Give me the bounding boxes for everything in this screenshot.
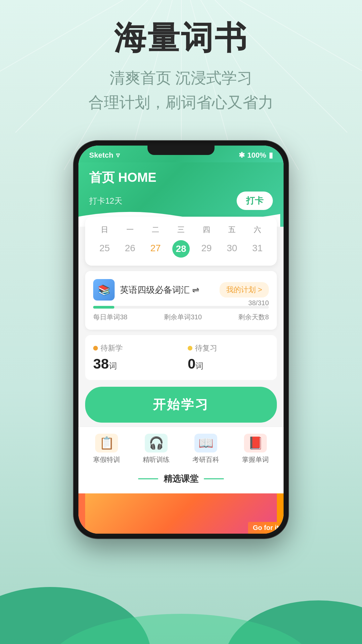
svg-point-0 [0,587,151,644]
winter-training-label: 寒假特训 [93,455,120,464]
date-28-today: 28 [172,240,190,258]
status-left: Sketch ▿ [89,151,120,160]
featured-section: 精选课堂 [78,468,284,493]
review-words: 待复习 0词 [188,343,269,372]
review-words-label: 待复习 [188,343,269,353]
calendar-header: 日 一 二 三 四 五 六 [92,225,270,235]
course-name: 英语四级必备词汇 ⇌ [120,284,199,296]
date-29: 29 [194,240,219,258]
bottom-hills [0,560,362,644]
progress-bar-fill [93,306,114,309]
date-31: 31 [245,240,270,258]
status-right: ✱ 100% ▮ [239,151,273,160]
bottom-nav: 📋 寒假特训 🎧 精听训练 📖 考研百科 📕 掌握单词 [78,427,284,468]
course-card: 📚 英语四级必备词汇 ⇌ 我的计划 > 38/310 每日单词38 剩余单词31… [85,271,277,330]
home-title: 首页 HOME [89,169,273,186]
date-27: 27 [143,240,168,258]
review-label-text: 待复习 [195,343,217,353]
main-title: 海量词书 [0,20,362,56]
checkin-days: 打卡12天 [89,196,122,206]
course-header: 📚 英语四级必备词汇 ⇌ 我的计划 > [93,279,269,301]
course-icon: 📚 [93,279,115,301]
progress-bar-container: 38/310 [93,306,269,309]
nav-encyclopedia[interactable]: 📖 考研百科 [192,434,219,464]
stat-daily: 每日单词38 [93,313,127,322]
start-button[interactable]: 开始学习 [85,387,277,423]
date-30: 30 [219,240,245,258]
date-25: 25 [92,240,117,258]
header-section: 海量词书 清爽首页 沉浸式学习 合理计划，刷词省心又省力 [0,20,362,115]
svg-point-1 [225,600,362,644]
sub-line2: 合理计划，刷词省心又省力 [0,90,362,115]
svg-point-2 [47,614,315,644]
day-mon: 一 [117,225,143,235]
word-counts: 待新学 38词 待复习 0词 [85,335,277,380]
phone-outer: Sketch ▿ ✱ 100% ▮ 首页 HOME 打卡12天 打卡 [74,141,288,538]
date-26: 26 [117,240,143,258]
new-label-text: 待新学 [101,343,123,353]
wifi-icon: ▿ [116,151,120,160]
go-for-it-badge: Go for it [248,522,284,534]
phone-screen: Sketch ▿ ✱ 100% ▮ 首页 HOME 打卡12天 打卡 [78,146,284,534]
day-sat: 六 [245,225,270,235]
bluetooth-icon: ✱ [239,151,245,160]
nav-master-words[interactable]: 📕 掌握单词 [242,434,269,464]
progress-bar-track: 38/310 [93,306,269,309]
nav-winter-training[interactable]: 📋 寒假特训 [93,434,120,464]
listening-icon: 🎧 [145,434,168,452]
plan-button[interactable]: 我的计划 > [220,282,269,298]
battery-icon: ▮ [269,151,273,160]
calendar-dates: 25 26 27 28 29 30 31 [92,240,270,258]
listening-label: 精听训练 [143,455,170,464]
new-words: 待新学 38词 [93,343,174,372]
calendar-section: 日 一 二 三 四 五 六 25 26 27 28 29 30 31 [85,217,277,266]
bottom-banner: Go for it [78,493,284,534]
review-count: 0词 [188,356,269,372]
featured-line-right [204,478,224,479]
nav-listening[interactable]: 🎧 精听训练 [143,434,170,464]
day-wed: 三 [168,225,194,235]
day-fri: 五 [219,225,245,235]
day-tue: 二 [143,225,168,235]
progress-label: 38/310 [248,299,269,307]
new-dot [93,346,98,351]
stat-days: 剩余天数8 [238,313,269,322]
new-count: 38词 [93,356,174,372]
winter-training-icon: 📋 [95,434,118,452]
review-dot [188,346,192,351]
phone-mockup: Sketch ▿ ✱ 100% ▮ 首页 HOME 打卡12天 打卡 [74,141,288,538]
encyclopedia-icon: 📖 [194,434,217,452]
featured-title: 精选课堂 [164,473,198,485]
new-words-label: 待新学 [93,343,174,353]
sub-line1: 清爽首页 沉浸式学习 [0,66,362,91]
day-thu: 四 [194,225,219,235]
battery-text: 100% [247,151,266,160]
carrier-text: Sketch [89,151,113,160]
master-words-icon: 📕 [244,434,267,452]
phone-notch [147,146,215,155]
sub-title: 清爽首页 沉浸式学习 合理计划，刷词省心又省力 [0,66,362,115]
course-info: 📚 英语四级必备词汇 ⇌ [93,279,199,301]
progress-stats: 每日单词38 剩余单词310 剩余天数8 [93,313,269,322]
master-words-label: 掌握单词 [242,455,269,464]
encyclopedia-label: 考研百科 [192,455,219,464]
stat-remaining: 剩余单词310 [164,313,202,322]
featured-title-row: 精选课堂 [85,473,277,485]
featured-line-left [138,478,158,479]
day-sun: 日 [92,225,117,235]
